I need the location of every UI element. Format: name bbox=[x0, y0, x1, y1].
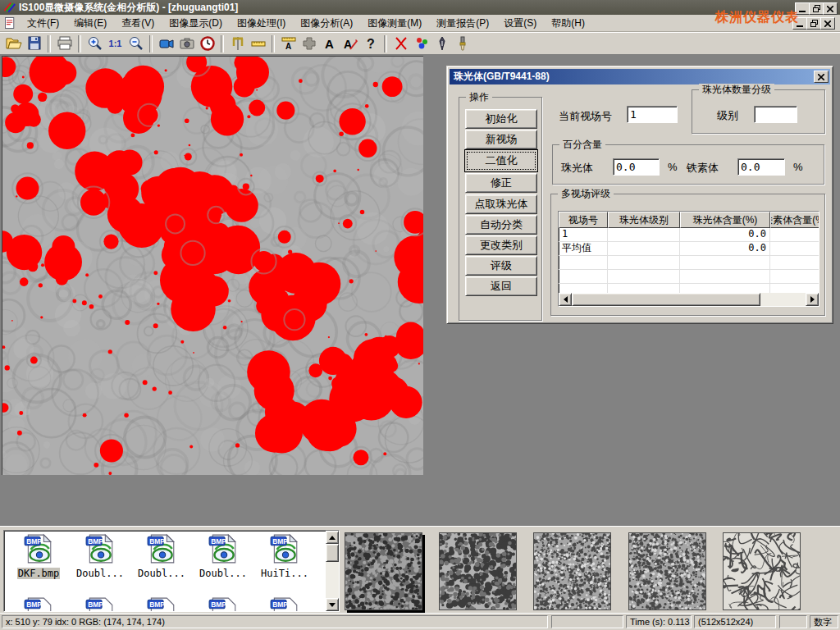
restore-button[interactable] bbox=[809, 2, 824, 15]
scroll-down-button[interactable] bbox=[326, 598, 339, 611]
scroll-up-button[interactable] bbox=[326, 531, 339, 544]
status-empty-2 bbox=[779, 615, 807, 628]
zoom-in-icon bbox=[87, 35, 103, 52]
file-browser[interactable]: BMP DKF.bmp BMP Doubl... BMP Doubl... bbox=[3, 530, 340, 612]
dialog-close-icon bbox=[818, 74, 824, 80]
vscroll-thumb[interactable] bbox=[326, 544, 339, 562]
file-name[interactable]: Doubl... bbox=[199, 568, 248, 579]
table-header-row: 视场号 珠光体级别 珠光体含量(%) 铁素体含量(%) bbox=[559, 212, 819, 228]
thumbnail-image-selected[interactable] bbox=[345, 532, 422, 610]
percent-group-label: 百分含量 bbox=[559, 139, 605, 150]
correct-button[interactable]: 修正 bbox=[465, 173, 537, 193]
menu-help[interactable]: 帮助(H) bbox=[544, 15, 592, 32]
thumbnail-image[interactable] bbox=[628, 532, 706, 610]
file-name[interactable]: Doubl... bbox=[75, 568, 125, 579]
menu-image-processing[interactable]: 图像处理(I) bbox=[230, 15, 293, 32]
close-button[interactable] bbox=[823, 2, 838, 15]
restore-icon bbox=[813, 5, 820, 12]
grid-button[interactable] bbox=[299, 34, 319, 53]
thumbnail-image[interactable] bbox=[723, 532, 801, 610]
auto-classify-button[interactable]: 自动分类 bbox=[465, 215, 537, 235]
camera-button[interactable] bbox=[176, 34, 197, 53]
table-row[interactable]: 平均值 0.0 bbox=[559, 242, 819, 256]
level-input[interactable] bbox=[754, 106, 797, 123]
pen-tool-button[interactable] bbox=[431, 34, 452, 53]
menu-settings[interactable]: 设置(S) bbox=[496, 15, 544, 32]
file-item[interactable]: BMP Doubl... bbox=[132, 533, 191, 579]
menu-image-measure[interactable]: 图像测量(M) bbox=[360, 15, 429, 32]
save-button[interactable] bbox=[24, 34, 44, 53]
brush-tool-button[interactable] bbox=[452, 34, 472, 53]
menu-image-analysis[interactable]: 图像分析(A) bbox=[293, 15, 360, 32]
menu-edit[interactable]: 编辑(E) bbox=[66, 15, 114, 32]
file-item[interactable]: BMP bbox=[132, 596, 191, 612]
menu-measure-report[interactable]: 测量报告(P) bbox=[429, 15, 496, 32]
measure-text-button[interactable]: A bbox=[278, 34, 299, 53]
binarize-button[interactable]: 二值化 bbox=[464, 149, 538, 172]
edit-annotation-button[interactable]: A bbox=[340, 34, 360, 53]
file-name[interactable]: DKF.bmp bbox=[17, 568, 61, 579]
zoom-out-button[interactable] bbox=[126, 34, 146, 53]
scroll-right-button[interactable] bbox=[806, 293, 819, 306]
scroll-left-button[interactable] bbox=[559, 293, 572, 306]
table-hscrollbar[interactable] bbox=[559, 293, 819, 306]
title-bar[interactable]: IS100显微摄像系统(金相分析版) - [zhuguangti01] bbox=[0, 0, 840, 15]
particle-classify-button[interactable] bbox=[411, 34, 431, 53]
thumbnail-image[interactable] bbox=[533, 532, 611, 610]
file-item[interactable]: BMP bbox=[194, 596, 253, 612]
table-row[interactable]: 1 0.0 bbox=[559, 228, 819, 242]
return-button[interactable]: 返回 bbox=[465, 276, 537, 296]
file-item[interactable]: BMP bbox=[255, 596, 314, 612]
child-restore-button[interactable] bbox=[806, 17, 821, 30]
document-icon[interactable] bbox=[3, 16, 16, 30]
dialog-title-bar[interactable]: 珠光体(GB/T9441-88) bbox=[450, 69, 830, 84]
multi-field-table[interactable]: 视场号 珠光体级别 珠光体含量(%) 铁素体含量(%) 1 0.0 平均值 0.… bbox=[558, 211, 819, 307]
menu-file[interactable]: 文件(F) bbox=[20, 15, 66, 32]
status-mode: 数字 bbox=[810, 615, 838, 628]
col-ferrite: 铁素体含量(%) bbox=[770, 212, 819, 228]
init-button-label: 初始化 bbox=[486, 112, 518, 126]
curve-tool-button[interactable] bbox=[390, 34, 411, 53]
thumbnail-image[interactable] bbox=[439, 532, 517, 610]
file-item[interactable]: BMP Doubl... bbox=[71, 533, 130, 579]
current-field-input[interactable]: 1 bbox=[627, 106, 678, 123]
dialog-close-button[interactable] bbox=[814, 71, 829, 83]
caliper-button[interactable] bbox=[227, 34, 248, 53]
hscroll-thumb[interactable] bbox=[572, 293, 760, 306]
file-item[interactable]: BMP HuiTi... bbox=[255, 533, 314, 579]
rate-button-label: 评级 bbox=[491, 258, 512, 273]
file-item[interactable]: BMP Doubl... bbox=[194, 533, 253, 579]
print-button[interactable] bbox=[54, 34, 75, 53]
change-class-button[interactable]: 更改类别 bbox=[465, 235, 537, 255]
rate-button[interactable]: 评级 bbox=[465, 256, 537, 276]
file-browser-vscrollbar[interactable] bbox=[326, 531, 339, 611]
current-field-label: 当前视场号 bbox=[559, 109, 612, 124]
file-item[interactable]: BMP DKF.bmp bbox=[9, 533, 68, 579]
actual-size-button[interactable]: 1:1 bbox=[105, 34, 126, 53]
child-close-button[interactable] bbox=[820, 17, 835, 30]
timer-clock-button[interactable] bbox=[197, 34, 217, 53]
init-button[interactable]: 初始化 bbox=[465, 109, 537, 129]
col-pearlite: 珠光体含量(%) bbox=[680, 212, 770, 228]
menu-bar: 文件(F) 编辑(E) 查看(V) 图像显示(D) 图像处理(I) 图像分析(A… bbox=[0, 15, 840, 32]
pearlite-dialog: 珠光体(GB/T9441-88) 操作 初始化 新视场 二值化 修正 点取珠光体… bbox=[446, 66, 833, 324]
close-icon bbox=[827, 6, 833, 12]
pick-pearlite-button[interactable]: 点取珠光体 bbox=[465, 194, 537, 214]
video-camera-button[interactable] bbox=[156, 34, 176, 53]
menu-view[interactable]: 查看(V) bbox=[114, 15, 162, 32]
text-label-button[interactable]: A bbox=[319, 34, 340, 53]
zoom-in-button[interactable] bbox=[84, 34, 105, 53]
file-item[interactable]: BMP bbox=[9, 596, 68, 612]
new-field-button[interactable]: 新视场 bbox=[465, 130, 537, 149]
menu-image-display[interactable]: 图像显示(D) bbox=[162, 15, 230, 32]
file-name[interactable]: Doubl... bbox=[137, 568, 186, 579]
ruler-button[interactable] bbox=[248, 34, 268, 53]
open-folder-button[interactable] bbox=[3, 34, 24, 53]
ferrite-input[interactable]: 0.0 bbox=[737, 158, 785, 176]
help-button[interactable]: ? bbox=[360, 34, 381, 53]
file-item[interactable]: BMP bbox=[71, 596, 130, 612]
bmp-file-icon: BMP bbox=[23, 596, 54, 612]
pearlite-input[interactable]: 0.0 bbox=[613, 158, 660, 176]
file-name[interactable]: HuiTi... bbox=[260, 568, 309, 579]
metallographic-image[interactable] bbox=[2, 56, 423, 475]
